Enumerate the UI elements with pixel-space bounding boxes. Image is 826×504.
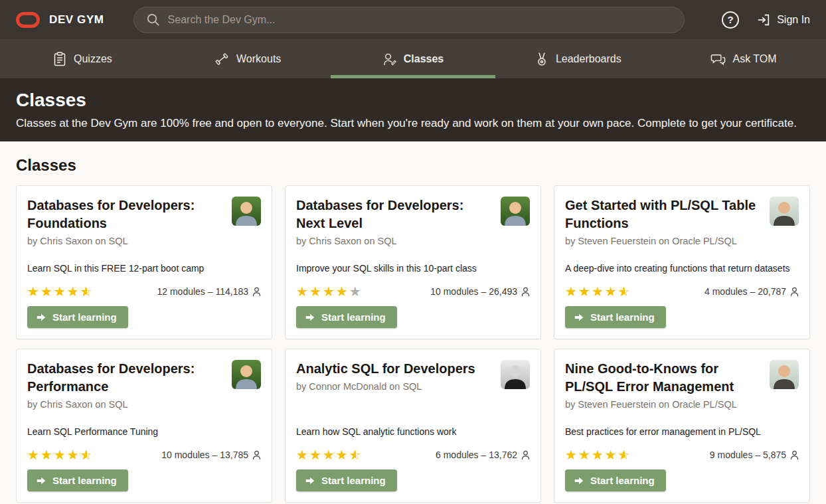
- start-learning-label: Start learning: [590, 311, 655, 323]
- class-title-link[interactable]: Get Started with PL/SQL Table Functions: [565, 197, 762, 232]
- start-learning-button[interactable]: Start learning: [296, 469, 397, 491]
- student-icon: [382, 52, 396, 66]
- modules-learners-text: 10 modules – 13,785: [161, 450, 248, 460]
- learners-icon: [521, 450, 530, 460]
- hero-subtitle: Classes at the Dev Gym are 100% free and…: [16, 117, 810, 130]
- class-byline: by Chris Saxon on SQL: [27, 399, 224, 410]
- arrow-icon: [305, 475, 315, 486]
- meta-row: ★★★★★☆ 10 modules – 13,785: [27, 448, 261, 462]
- class-byline: by Steven Feuerstein on Oracle PL/SQL: [565, 399, 762, 410]
- person-photo-icon: [232, 197, 261, 226]
- card-head: Databases for Developers: Performance by…: [27, 360, 261, 416]
- sign-in-icon: [756, 13, 771, 27]
- arrow-icon: [305, 312, 315, 323]
- dumbbell-icon: [214, 52, 229, 66]
- header-actions: ? Sign In: [722, 11, 810, 29]
- person-photo-icon: [501, 360, 530, 389]
- help-icon[interactable]: ?: [722, 11, 739, 29]
- class-description: Learn SQL in this FREE 12-part boot camp: [27, 263, 261, 274]
- learners-icon: [790, 450, 799, 460]
- person-photo-icon: [501, 197, 530, 226]
- author-avatar: [770, 197, 799, 226]
- start-learning-button[interactable]: Start learning: [27, 469, 128, 491]
- class-card: Databases for Developers: Performance by…: [16, 349, 272, 503]
- modules-learners-text: 12 modules – 114,183: [157, 286, 248, 297]
- search-area: [133, 7, 685, 33]
- class-title-link[interactable]: Databases for Developers: Performance: [27, 360, 224, 396]
- arrow-icon: [36, 475, 46, 486]
- class-meta: 4 modules – 20,787: [704, 286, 799, 297]
- class-description: Best practices for error management in P…: [565, 426, 799, 437]
- start-learning-button[interactable]: Start learning: [296, 306, 397, 328]
- author-avatar: [232, 360, 261, 389]
- class-meta: 6 modules – 13,762: [436, 450, 530, 460]
- top-header: DEV GYM ? Sign In: [0, 0, 826, 39]
- start-learning-button[interactable]: Start learning: [565, 306, 666, 328]
- card-head: Analytic SQL for Developers by Connor Mc…: [296, 360, 530, 416]
- class-card: Get Started with PL/SQL Table Functions …: [554, 185, 810, 339]
- person-photo-icon: [770, 197, 799, 226]
- star-rating: ★★★★★☆: [565, 448, 630, 462]
- arrow-icon: [36, 312, 46, 323]
- learners-icon: [252, 450, 261, 460]
- star-rating: ★★★★★: [296, 285, 361, 298]
- meta-row: ★★★★★☆ 4 modules – 20,787: [565, 285, 799, 298]
- start-learning-label: Start learning: [321, 311, 386, 323]
- class-card: Nine Good-to-Knows for PL/SQL Error Mana…: [554, 349, 810, 503]
- star-rating: ★★★★★☆: [565, 285, 630, 298]
- class-title-link[interactable]: Analytic SQL for Developers: [296, 360, 493, 378]
- tab-leaderboards[interactable]: Leaderboards: [495, 39, 661, 78]
- oracle-logo-icon: [16, 12, 40, 28]
- hero-title: Classes: [16, 90, 810, 111]
- tab-workouts[interactable]: Workouts: [165, 39, 331, 78]
- tab-label: Ask TOM: [733, 53, 777, 65]
- start-learning-button[interactable]: Start learning: [565, 469, 666, 491]
- meta-row: ★★★★★ 10 modules – 26,493: [296, 285, 530, 298]
- person-photo-icon: [232, 360, 261, 389]
- class-description: Improve your SQL skills in this 10-part …: [296, 263, 530, 274]
- brand-home-link[interactable]: DEV GYM: [16, 12, 104, 28]
- class-byline: by Connor McDonald on SQL: [296, 381, 493, 392]
- search-input[interactable]: [168, 14, 673, 26]
- class-title-link[interactable]: Databases for Developers: Next Level: [296, 197, 493, 232]
- start-learning-label: Start learning: [52, 311, 117, 323]
- class-meta: 10 modules – 13,785: [161, 450, 261, 460]
- learners-icon: [521, 287, 530, 297]
- search-bar[interactable]: [133, 7, 685, 33]
- class-description: A deep-dive into creating functions that…: [565, 263, 799, 274]
- tab-label: Leaderboards: [556, 53, 621, 65]
- speech-bubbles-icon: [710, 52, 726, 66]
- learners-icon: [790, 287, 799, 297]
- class-meta: 9 modules – 5,875: [710, 450, 799, 460]
- meta-row: ★★★★★☆ 9 modules – 5,875: [565, 448, 799, 462]
- author-avatar: [501, 360, 530, 389]
- start-learning-button[interactable]: Start learning: [27, 306, 128, 328]
- tab-label: Quizzes: [74, 53, 112, 65]
- class-meta: 10 modules – 26,493: [430, 286, 530, 297]
- author-avatar: [232, 197, 261, 226]
- start-learning-label: Start learning: [321, 475, 386, 486]
- class-title-link[interactable]: Databases for Developers: Foundations: [27, 197, 224, 232]
- page-hero: Classes Classes at the Dev Gym are 100% …: [0, 78, 826, 141]
- class-title-link[interactable]: Nine Good-to-Knows for PL/SQL Error Mana…: [565, 360, 762, 396]
- star-rating: ★★★★★☆: [27, 448, 92, 462]
- modules-learners-text: 6 modules – 13,762: [436, 450, 517, 460]
- class-description: Learn SQL Performance Tuning: [27, 426, 261, 437]
- arrow-icon: [574, 475, 584, 486]
- tab-quizzes[interactable]: Quizzes: [0, 39, 165, 78]
- class-card: Databases for Developers: Foundations by…: [16, 185, 272, 339]
- meta-row: ★★★★★☆ 12 modules – 114,183: [27, 285, 261, 298]
- start-learning-label: Start learning: [52, 475, 117, 486]
- tab-classes[interactable]: Classes: [331, 39, 496, 78]
- meta-row: ★★★★★☆ 6 modules – 13,762: [296, 448, 530, 462]
- sign-in-button[interactable]: Sign In: [756, 13, 810, 27]
- learners-icon: [252, 287, 261, 297]
- class-card-grid: Databases for Developers: Foundations by…: [16, 185, 810, 503]
- star-rating: ★★★★★☆: [27, 285, 92, 298]
- medal-icon: [535, 52, 548, 66]
- tab-ask-tom[interactable]: Ask TOM: [661, 39, 826, 78]
- arrow-icon: [574, 312, 584, 323]
- sign-in-label: Sign In: [777, 14, 810, 26]
- class-byline: by Chris Saxon on SQL: [296, 236, 493, 246]
- brand-name: DEV GYM: [49, 13, 104, 27]
